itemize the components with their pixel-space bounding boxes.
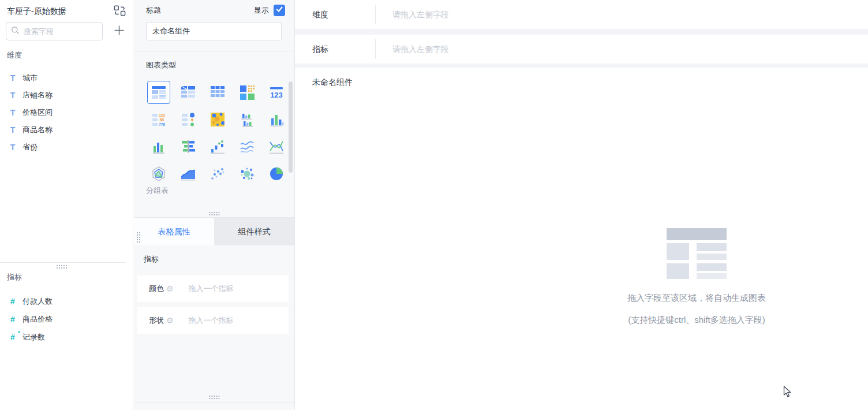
text-field-icon: T xyxy=(8,91,17,100)
field-label: 商品价格 xyxy=(23,314,53,325)
shelf-divider xyxy=(375,5,376,24)
show-label: 显示 xyxy=(254,5,269,16)
progress-dots-icon xyxy=(177,108,200,131)
dimension-field-province[interactable]: T 省份 xyxy=(0,139,133,156)
dimension-field-city[interactable]: T 城市 xyxy=(0,69,133,87)
dimensions-section-label: 维度 xyxy=(7,50,22,61)
gear-icon[interactable]: ⚙ xyxy=(166,316,174,325)
panel-horizontal-resize-handle[interactable] xyxy=(136,232,140,243)
sidebar-resize-handle[interactable] xyxy=(56,264,67,269)
chart-type-scrollbar[interactable] xyxy=(289,81,293,173)
measure-shelf[interactable]: 指标 请拖入左侧字段 xyxy=(295,35,868,64)
placeholder-header-bar xyxy=(667,228,727,240)
chart-drop-area[interactable]: 未命名组件 拖入字段至该区域，将自动生成图表 (支持快捷键ctrl、shift多… xyxy=(295,68,868,410)
chart-type-color-map[interactable] xyxy=(203,106,232,133)
search-input[interactable] xyxy=(24,27,125,36)
tab-table-properties[interactable]: 表格属性 xyxy=(134,218,214,245)
chart-type-kanban-card[interactable] xyxy=(232,79,261,106)
gear-icon[interactable]: ⚙ xyxy=(166,284,174,293)
chart-type-group-table[interactable] xyxy=(144,79,173,106)
field-label: 城市 xyxy=(23,73,38,83)
drop-hint-shortcut-text: (支持快捷键ctrl、shift多选拖入字段) xyxy=(593,315,800,326)
show-title-checkbox[interactable] xyxy=(274,5,285,16)
field-label: 付款人数 xyxy=(23,296,53,307)
chart-type-cross-table[interactable] xyxy=(173,79,203,106)
svg-text:123: 123 xyxy=(270,91,283,99)
panel-bottom-resize-handle[interactable] xyxy=(209,395,220,399)
chart-type-progress-dots[interactable] xyxy=(173,106,203,133)
chart-canvas: 维度 请拖入左侧字段 指标 请拖入左侧字段 未命名组件 拖入字段至该区域，将自动… xyxy=(295,0,868,410)
chart-type-multi-series-bar[interactable] xyxy=(232,106,261,133)
field-label: 记录数 xyxy=(23,332,45,342)
chart-type-line-chart[interactable] xyxy=(232,133,261,160)
chart-type-area-chart[interactable] xyxy=(173,160,203,187)
kanban-card-icon xyxy=(235,81,259,104)
selected-chart-type-name: 分组表 xyxy=(146,185,169,196)
dimension-field-shop-name[interactable]: T 店铺名称 xyxy=(0,87,133,104)
scatter-plot-icon xyxy=(206,162,229,185)
histogram-icon xyxy=(147,135,170,158)
bubble-chart-icon xyxy=(235,162,259,185)
chart-type-histogram[interactable] xyxy=(144,133,173,160)
placeholder-block xyxy=(667,263,689,279)
measure-shelf-placeholder: 请拖入左侧字段 xyxy=(392,35,449,64)
switch-dataset-button[interactable] xyxy=(112,4,127,19)
pie-chart-icon xyxy=(265,162,288,185)
search-row xyxy=(6,22,127,40)
drop-hint-text: 拖入字段至该区域，将自动生成图表 xyxy=(593,293,800,304)
chart-type-bar-chart[interactable] xyxy=(261,106,291,133)
widget-title-input[interactable] xyxy=(146,22,282,40)
shape-slot-placeholder: 拖入一个指标 xyxy=(189,315,234,326)
chart-type-scatter-plot[interactable] xyxy=(203,160,232,187)
sidebar-section-divider xyxy=(0,262,126,263)
dual-line-icon xyxy=(265,135,288,158)
color-map-icon xyxy=(206,108,229,131)
chart-type-pie-chart[interactable] xyxy=(261,160,291,187)
search-field-box[interactable] xyxy=(6,22,103,40)
placeholder-block xyxy=(667,243,689,260)
panel-vertical-resize-handle[interactable] xyxy=(209,211,220,215)
chart-type-detail-table[interactable] xyxy=(203,79,232,106)
placeholder-bar xyxy=(697,243,727,251)
text-field-icon: T xyxy=(8,108,17,117)
chart-type-number-card[interactable]: 123 xyxy=(261,79,291,106)
shape-drop-slot[interactable]: 形状 ⚙ 拖入一个指标 xyxy=(137,307,289,334)
chart-type-ranking-table[interactable]: 12380776 xyxy=(144,106,173,133)
field-sidebar: 车厘子-原始数据 xyxy=(0,0,133,410)
dimension-field-price-range[interactable]: T 价格区间 xyxy=(0,104,133,121)
waterfall-icon xyxy=(206,135,229,158)
radar-chart-icon xyxy=(147,162,170,185)
number-field-icon: # xyxy=(8,297,17,306)
search-icon xyxy=(11,26,20,37)
text-field-icon: T xyxy=(8,73,17,83)
placeholder-bar xyxy=(697,254,727,260)
empty-chart-placeholder: 拖入字段至该区域，将自动生成图表 (支持快捷键ctrl、shift多选拖入字段) xyxy=(593,228,800,326)
tab-component-style[interactable]: 组件样式 xyxy=(214,218,294,245)
measure-field-record-count[interactable]: #* 记录数 xyxy=(0,328,133,346)
svg-text:776: 776 xyxy=(159,122,165,126)
chart-type-dual-line[interactable] xyxy=(261,133,291,160)
panel-divider xyxy=(134,51,294,51)
title-row: 标题 显示 xyxy=(146,3,285,17)
dimension-shelf-label: 维度 xyxy=(312,0,328,29)
measure-field-payers[interactable]: # 付款人数 xyxy=(0,292,133,310)
dataset-header: 车厘子-原始数据 xyxy=(7,3,127,20)
dimension-list: T 城市 T 店铺名称 T 价格区间 T 商品名称 T 省份 xyxy=(0,69,133,156)
chart-type-waterfall[interactable] xyxy=(203,133,232,160)
add-field-button[interactable] xyxy=(112,24,126,38)
chart-type-bubble-chart[interactable] xyxy=(232,160,261,187)
measures-section-label: 指标 xyxy=(7,272,22,282)
chart-type-horizontal-bar[interactable] xyxy=(173,133,203,160)
dimension-shelf[interactable]: 维度 请拖入左侧字段 xyxy=(295,0,868,29)
measure-field-product-price[interactable]: # 商品价格 xyxy=(0,310,133,328)
detail-table-icon xyxy=(206,81,229,104)
field-label: 店铺名称 xyxy=(23,90,53,100)
svg-text:80: 80 xyxy=(159,118,164,122)
color-slot-placeholder: 拖入一个指标 xyxy=(189,284,234,294)
field-label: 价格区间 xyxy=(23,107,53,118)
dimension-field-product-name[interactable]: T 商品名称 xyxy=(0,121,133,139)
cross-table-icon xyxy=(177,81,200,104)
measure-shelf-label: 指标 xyxy=(312,35,328,64)
chart-type-radar-chart[interactable] xyxy=(144,160,173,187)
color-drop-slot[interactable]: 颜色 ⚙ 拖入一个指标 xyxy=(137,275,289,302)
